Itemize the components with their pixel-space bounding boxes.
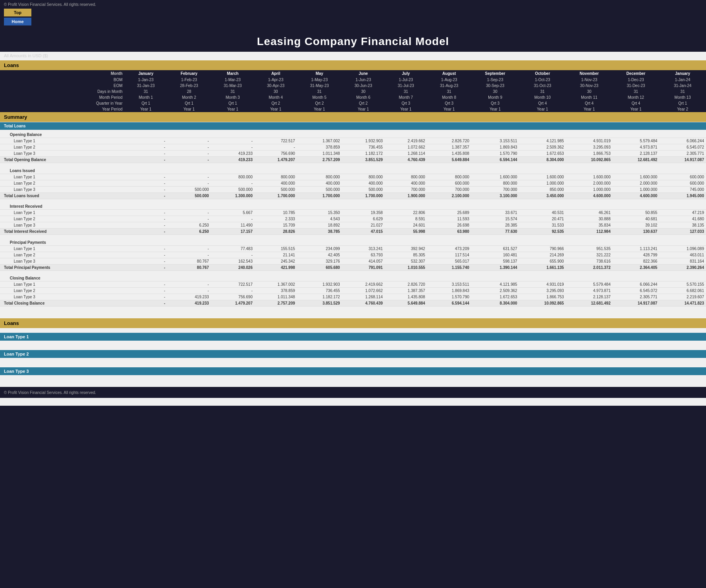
col-feb-month: February <box>167 70 211 77</box>
principal-payments-category: Principal Payments <box>0 238 706 246</box>
year-header-row: Year Period Year 1Year 1Year 1 Year 1Yea… <box>0 106 706 112</box>
li-lt2-row: Loan Type 2 --- 400.000400.000400.000 40… <box>0 180 706 186</box>
col-aug-month: August <box>427 70 471 77</box>
ob-lt2-row: Loan Type 2 --- -378.859736.455 1.072.66… <box>0 144 706 151</box>
cb-lt1-row: Loan Type 1 --722.517 1.367.0021.932.903… <box>0 281 706 288</box>
pp-lt1-row: Loan Type 1 --77.483 155.515234.099313.2… <box>0 245 706 252</box>
page-title: Leasing Company Financial Model <box>0 35 706 48</box>
pp-lt2-row: Loan Type 2 --- 21.14142.40563.793 85.30… <box>0 252 706 258</box>
col-may-month: May <box>297 70 342 77</box>
amounts-label: All Amounts in USD ($) <box>0 52 706 60</box>
col-jan2-month: January <box>659 70 706 77</box>
eom-label: EOM <box>0 83 124 89</box>
cb-total-label: Total Closing Balance <box>0 300 124 307</box>
col-jan-month: January <box>124 70 167 77</box>
month-header-row: Month January February March April May J… <box>0 70 706 77</box>
ir-lt3-row: Loan Type 3 -6.25011.490 15.70918.89221.… <box>0 222 706 229</box>
pp-total-label: Total Principal Payments <box>0 264 124 270</box>
col-apr-month: April <box>255 70 297 77</box>
interest-received-category: Interest Received <box>0 202 706 210</box>
cb-lt2-row: Loan Type 2 --- 378.859736.4551.072.662 … <box>0 288 706 294</box>
total-loans-section-row: Total Loans <box>0 122 706 130</box>
summary-label: Summary <box>0 112 706 122</box>
period-label: Month Period <box>0 94 124 100</box>
ir-lt1-row: Loan Type 1 --5.667 10.78515.35019.358 2… <box>0 210 706 216</box>
summary-section-row: Summary <box>0 112 706 122</box>
main-financial-table: Month January February March April May J… <box>0 70 706 307</box>
quarter-label: Quarter in Year <box>0 100 124 106</box>
days-header-row: Days in Month 312831 303130 313130 31303… <box>0 89 706 94</box>
col-oct-month: October <box>519 70 566 77</box>
col-mar-month: March <box>211 70 255 77</box>
li-total-label: Total Loans Issued <box>0 192 124 199</box>
loans-issued-label: Loans Issued <box>0 166 124 174</box>
closing-balance-label: Closing Balance <box>0 274 124 281</box>
ob-lt1-row: Loan Type 1 --- 722.5171.367.0021.932.90… <box>0 138 706 144</box>
ir-lt2-row: Loan Type 2 --- 2.3334.5436.629 8.59111.… <box>0 216 706 222</box>
ob-lt3-row: Loan Type 3 --419.233 756.6901.011.3481.… <box>0 151 706 157</box>
footer-copyright: © Profit Vision Financial Services. All … <box>4 390 96 395</box>
col-nov-month: November <box>566 70 613 77</box>
cb-total-row: Total Closing Balance -419.2331.479.207 … <box>0 300 706 307</box>
eom-header-row: EOM 31-Jan-2328-Feb-2331-Mar-23 30-Apr-2… <box>0 83 706 89</box>
header-section: Leasing Company Financial Model <box>0 27 706 52</box>
bom-header-row: BOM 1-Jan-231-Feb-231-Mar-23 1-Apr-231-M… <box>0 77 706 83</box>
pp-lt3-row: Loan Type 3 -80.767162.543 245.342329.17… <box>0 258 706 264</box>
col-jul-month: July <box>385 70 427 77</box>
year-label: Year Period <box>0 106 124 112</box>
loans-issued-category: Loans Issued <box>0 166 706 174</box>
bom-label: BOM <box>0 77 124 83</box>
bottom-loans-header: Loans <box>0 318 706 328</box>
home-button[interactable]: Home <box>4 18 31 25</box>
cb-lt3-row: Loan Type 3 -419.233756.690 1.011.3481.1… <box>0 294 706 300</box>
ob-lt3-label: Loan Type 3 <box>0 151 124 157</box>
ir-total-row: Total Interest Received -6.25017.157 28.… <box>0 229 706 235</box>
bottom-loan-type3-header: Loan Type 3 <box>0 367 706 375</box>
top-button[interactable]: Top <box>4 9 31 16</box>
li-lt1-row: Loan Type 1 --800.000 800.000800.000800.… <box>0 174 706 180</box>
ir-total-label: Total Interest Received <box>0 229 124 235</box>
interest-received-label: Interest Received <box>0 202 124 210</box>
col-dec-month: December <box>613 70 659 77</box>
principal-payments-label: Principal Payments <box>0 238 124 246</box>
col-jun-month: June <box>342 70 385 77</box>
li-lt3-row: Loan Type 3 -500.000500.000 500.000500.0… <box>0 186 706 192</box>
quarter-header-row: Quarter in Year Qrt 1Qrt 1Qrt 1 Qrt 2Qrt… <box>0 100 706 106</box>
loans-section-header: Loans <box>0 60 706 70</box>
bottom-loan-type2-header: Loan Type 2 <box>0 350 706 358</box>
ob-total-row: Total Opening Balance --419.233 1.479.20… <box>0 157 706 163</box>
closing-balance-category: Closing Balance <box>0 274 706 281</box>
opening-balance-category: Opening Balance <box>0 130 706 138</box>
ob-lt1-label: Loan Type 1 <box>0 138 124 144</box>
opening-balance-label: Opening Balance <box>0 130 124 138</box>
ob-total-label: Total Opening Balance <box>0 157 124 163</box>
month-label: Month <box>0 70 124 77</box>
ob-lt2-label: Loan Type 2 <box>0 144 124 151</box>
copyright-text: © Profit Vision Financial Services. All … <box>4 2 96 7</box>
col-sep-month: September <box>471 70 519 77</box>
pp-total-row: Total Principal Payments -80.767240.026 … <box>0 264 706 270</box>
period-header-row: Month Period Month 1Month 2Month 3 Month… <box>0 94 706 100</box>
total-loans-label: Total Loans <box>0 122 706 130</box>
li-total-row: Total Loans Issued -500.0001.300.000 1.7… <box>0 192 706 199</box>
bottom-loan-type1-header: Loan Type 1 <box>0 333 706 341</box>
days-label: Days in Month <box>0 89 124 94</box>
